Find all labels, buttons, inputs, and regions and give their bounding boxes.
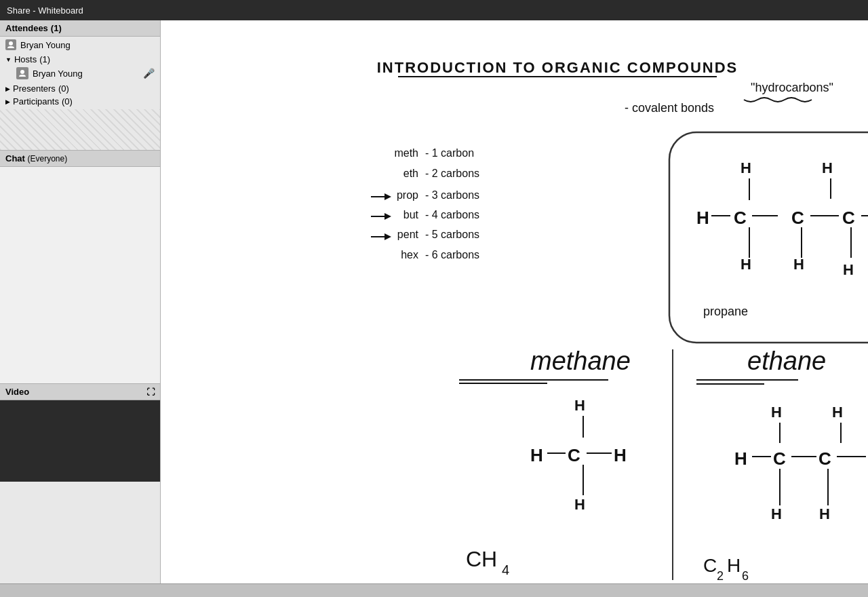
svg-text:6: 6 — [742, 569, 749, 583]
attendees-list: Bryan Young ▼ Hosts (1) Bryan — [0, 37, 160, 109]
hosts-header[interactable]: ▼ Hosts (1) — [0, 53, 160, 66]
svg-text:H: H — [614, 445, 627, 465]
hosts-label: Hosts — [14, 54, 37, 64]
svg-text:but: but — [403, 209, 419, 220]
svg-text:- 1 carbon: - 1 carbon — [425, 147, 474, 159]
window-title: Share - Whiteboard — [7, 5, 83, 16]
chat-label: Chat — [5, 153, 25, 163]
svg-rect-24 — [669, 132, 868, 343]
svg-point-0 — [9, 41, 13, 45]
svg-text:CH: CH — [466, 547, 497, 571]
svg-text:"hydrocarbons": "hydrocarbons" — [751, 81, 833, 94]
hosts-triangle-icon: ▼ — [5, 56, 12, 63]
svg-text:H: H — [696, 208, 709, 228]
svg-text:4: 4 — [502, 562, 509, 577]
svg-text:H: H — [771, 404, 782, 421]
sidebar: Attendees (1) Bryan Young ▼ Hosts (1) — [0, 20, 161, 583]
svg-text:- 2 carbons: - 2 carbons — [425, 168, 479, 179]
participants-triangle-icon: ▶ — [5, 98, 10, 105]
video-panel: Video ⛶ — [0, 384, 160, 482]
svg-text:H: H — [843, 261, 854, 278]
top-bar: Share - Whiteboard — [0, 0, 868, 20]
attendees-panel: Attendees (1) Bryan Young ▼ Hosts (1) — [0, 20, 160, 150]
svg-text:H: H — [574, 496, 585, 513]
whiteboard-svg: INTRODUCTION TO ORGANIC COMPOUNDS - cova… — [161, 20, 868, 583]
svg-text:2: 2 — [717, 569, 724, 583]
svg-text:eth: eth — [403, 168, 418, 179]
svg-text:- 6 carbons: - 6 carbons — [425, 249, 479, 261]
svg-text:C: C — [842, 208, 855, 228]
svg-marker-19 — [384, 233, 391, 240]
host-avatar — [16, 67, 28, 79]
svg-text:H: H — [727, 555, 741, 576]
svg-text:C: C — [791, 208, 804, 228]
svg-text:H: H — [771, 505, 782, 522]
svg-text:H: H — [734, 448, 747, 469]
svg-text:prop: prop — [397, 189, 418, 201]
svg-text:H: H — [574, 397, 585, 414]
microphone-icon: 🎤 — [143, 68, 155, 79]
participants-label: Participants — [13, 96, 59, 107]
svg-marker-15 — [384, 213, 391, 220]
attendee-main-row: Bryan Young — [0, 38, 160, 52]
svg-point-1 — [20, 70, 24, 74]
host-name: Bryan Young — [33, 69, 83, 79]
video-body — [0, 400, 160, 482]
svg-text:- covalent bonds: - covalent bonds — [625, 101, 714, 115]
expand-icon[interactable]: ⛶ — [146, 387, 155, 397]
host-info: Bryan Young — [16, 67, 83, 79]
svg-text:C: C — [703, 555, 717, 576]
svg-text:C: C — [818, 448, 831, 469]
svg-text:H: H — [530, 445, 543, 465]
svg-text:C: C — [734, 208, 747, 228]
svg-text:H: H — [741, 159, 751, 176]
svg-text:- 4 carbons: - 4 carbons — [425, 209, 479, 220]
svg-text:propane: propane — [703, 305, 748, 318]
svg-text:ethane: ethane — [747, 347, 826, 375]
svg-text:H: H — [741, 256, 751, 273]
svg-text:- 5 carbons: - 5 carbons — [425, 229, 479, 240]
chat-body[interactable] — [0, 167, 160, 384]
whiteboard-area[interactable]: INTRODUCTION TO ORGANIC COMPOUNDS - cova… — [161, 20, 868, 583]
svg-text:H: H — [832, 404, 843, 421]
attendees-count: (1) — [51, 23, 62, 33]
chat-header: Chat (Everyone) — [0, 150, 160, 167]
svg-text:methane: methane — [530, 347, 631, 375]
participants-count: (0) — [62, 96, 73, 107]
main-area: Attendees (1) Bryan Young ▼ Hosts (1) — [0, 20, 868, 583]
presenters-count: (0) — [58, 83, 69, 94]
participants-section[interactable]: ▶ Participants (0) — [0, 95, 160, 108]
svg-text:hex: hex — [401, 249, 418, 261]
video-header: Video ⛶ — [0, 384, 160, 400]
bottom-bar — [0, 583, 868, 597]
chat-scope: (Everyone) — [28, 154, 68, 163]
attendees-header: Attendees (1) — [0, 20, 160, 37]
svg-text:H: H — [822, 159, 833, 176]
svg-text:C: C — [773, 448, 786, 469]
chat-panel: Chat (Everyone) — [0, 150, 160, 384]
attendees-empty-area — [0, 109, 160, 150]
svg-text:H: H — [793, 256, 804, 273]
hosts-section: ▼ Hosts (1) Bryan Young 🎤 — [0, 52, 160, 82]
svg-text:- 3 carbons: - 3 carbons — [425, 189, 479, 201]
svg-text:pent: pent — [397, 229, 419, 240]
svg-text:meth: meth — [394, 147, 418, 159]
main-attendee-name: Bryan Young — [20, 40, 71, 50]
svg-marker-11 — [384, 193, 391, 200]
host-row: Bryan Young 🎤 — [0, 66, 160, 81]
presenters-section[interactable]: ▶ Presenters (0) — [0, 82, 160, 95]
presenters-triangle-icon: ▶ — [5, 85, 10, 92]
presenters-label: Presenters — [13, 83, 56, 94]
svg-text:H: H — [819, 505, 830, 522]
attendees-label: Attendees — [5, 23, 48, 33]
svg-text:C: C — [568, 445, 580, 465]
video-label: Video — [5, 387, 29, 397]
hosts-count: (1) — [39, 54, 50, 64]
svg-text:INTRODUCTION TO ORGANIC COMPOU: INTRODUCTION TO ORGANIC COMPOUNDS — [377, 59, 738, 76]
attendee-icon — [5, 39, 16, 50]
